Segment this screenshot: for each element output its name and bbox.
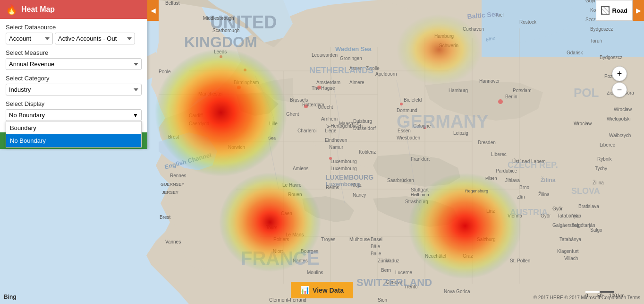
svg-text:Wałbrzych: Wałbrzych xyxy=(609,133,631,138)
svg-text:Liberec: Liberec xyxy=(600,142,615,148)
svg-text:LUXEMBOURG: LUXEMBOURG xyxy=(326,174,373,181)
svg-text:Salgo: Salgo xyxy=(590,227,602,233)
left-nav-arrow[interactable]: ◀ xyxy=(147,0,159,21)
svg-text:Wadden Sea: Wadden Sea xyxy=(335,45,372,52)
svg-text:POL: POL xyxy=(574,86,599,100)
road-label: Road xyxy=(612,7,628,14)
datasource-label: Select Datasource xyxy=(6,24,142,31)
svg-text:Bielefeld: Bielefeld xyxy=(404,97,422,103)
measure-label: Select Measure xyxy=(6,49,142,56)
category-group: Select Category Industry Account Type Co… xyxy=(6,75,142,96)
svg-text:St. Pölten: St. Pölten xyxy=(510,258,530,263)
svg-text:Zlín: Zlín xyxy=(517,194,525,200)
flame-icon: 🔥 xyxy=(6,4,17,15)
svg-rect-163 xyxy=(585,291,600,293)
svg-text:Heilbronn: Heilbronn xyxy=(411,192,429,197)
svg-text:NETHERLANDS: NETHERLANDS xyxy=(309,66,373,75)
svg-text:Wrocław: Wrocław xyxy=(574,121,592,126)
svg-text:Wrocław: Wrocław xyxy=(614,107,632,112)
datasource-group: Select Datasource Account Contact Lead A… xyxy=(6,24,142,44)
svg-text:Ghent: Ghent xyxy=(286,112,299,117)
datasource-row: Account Contact Lead Active Accounts - O… xyxy=(6,33,142,44)
svg-text:GUERNSEY: GUERNSEY xyxy=(161,182,185,187)
svg-text:Rostock: Rostock xyxy=(519,19,537,25)
svg-text:Groningen: Groningen xyxy=(340,56,362,61)
datasource-query-select[interactable]: Active Accounts - Out All Accounts My Ac… xyxy=(55,33,135,44)
view-data-button[interactable]: 📊 View Data xyxy=(291,282,353,298)
right-nav-arrow[interactable]: ▶ xyxy=(633,0,644,21)
svg-text:Nancy: Nancy xyxy=(353,192,366,198)
svg-text:Bâle: Bâle xyxy=(371,244,380,249)
measure-group: Select Measure Annual Revenue Number of … xyxy=(6,49,142,70)
svg-text:Sea: Sea xyxy=(268,136,276,140)
chevron-down-icon: ▼ xyxy=(133,112,138,119)
svg-text:Klagenfurt: Klagenfurt xyxy=(557,249,579,254)
svg-point-161 xyxy=(397,14,482,85)
svg-text:Villach: Villach xyxy=(564,256,578,261)
svg-text:Almere: Almere xyxy=(349,80,364,85)
svg-text:Sion: Sion xyxy=(378,297,387,303)
svg-text:Basel: Basel xyxy=(371,237,382,242)
svg-text:Belfast: Belfast xyxy=(165,0,180,6)
panel-header: 🔥 Heat Map xyxy=(0,0,147,19)
dropdown-item-no-boundary[interactable]: No Boundary xyxy=(6,134,141,147)
zoom-controls: + − xyxy=(612,66,627,97)
svg-text:Baile: Baile xyxy=(371,251,381,256)
svg-text:SLOVA: SLOVA xyxy=(571,186,600,196)
svg-text:Dresden: Dresden xyxy=(478,140,496,145)
zoom-in-button[interactable]: + xyxy=(612,66,627,81)
measure-select[interactable]: Annual Revenue Number of Employees Total… xyxy=(6,58,142,70)
svg-text:Moulins: Moulins xyxy=(307,270,323,275)
svg-text:Berlin: Berlin xyxy=(505,94,517,99)
left-panel: 🔥 Heat Map Select Datasource Account Con… xyxy=(0,0,147,149)
dropdown-item-boundary[interactable]: Boundary xyxy=(6,122,141,134)
copyright-text: © 2017 HERE © 2017 Microsoft Corporation… xyxy=(534,295,640,300)
svg-text:Bydgoszcz: Bydgoszcz xyxy=(590,26,613,32)
svg-text:Apeldoorn: Apeldoorn xyxy=(375,71,397,77)
svg-text:Tatabánya: Tatabánya xyxy=(559,237,582,242)
display-dropdown-selected[interactable]: No Boundary ▼ xyxy=(6,109,142,121)
svg-text:Brno: Brno xyxy=(519,185,530,190)
road-button[interactable]: Road xyxy=(596,0,633,21)
svg-text:Liège: Liège xyxy=(325,128,337,133)
svg-text:CZECH REP.: CZECH REP. xyxy=(508,160,558,170)
svg-text:Bern: Bern xyxy=(381,268,391,273)
zoom-out-button[interactable]: − xyxy=(612,82,627,97)
zoom-in-icon: + xyxy=(617,69,622,79)
svg-text:Vannes: Vannes xyxy=(165,239,181,244)
svg-point-158 xyxy=(155,49,287,176)
display-dropdown-container: No Boundary ▼ Boundary No Boundary xyxy=(6,109,142,121)
svg-text:Regensburg: Regensburg xyxy=(465,189,488,193)
category-select[interactable]: Industry Account Type Country xyxy=(6,84,142,96)
svg-text:Brest: Brest xyxy=(160,215,171,220)
svg-text:Mulhouse: Mulhouse xyxy=(349,237,370,242)
svg-point-18 xyxy=(498,99,503,104)
svg-text:Scarborough: Scarborough xyxy=(212,28,239,33)
road-map-icon xyxy=(601,6,610,15)
svg-text:Žilina: Žilina xyxy=(538,191,550,197)
svg-text:Győr: Győr xyxy=(552,206,563,211)
svg-text:GERMANY: GERMANY xyxy=(397,112,488,131)
svg-text:Toruń: Toruń xyxy=(590,38,602,43)
left-arrow-icon: ◀ xyxy=(151,7,156,14)
svg-text:Liberec: Liberec xyxy=(491,152,507,157)
svg-text:Gdańsk: Gdańsk xyxy=(567,50,583,55)
svg-text:Lucerne: Lucerne xyxy=(395,270,413,275)
display-selected-value: No Boundary xyxy=(9,112,45,119)
display-dropdown-list: Boundary No Boundary xyxy=(6,121,142,148)
svg-text:Eindhoven: Eindhoven xyxy=(325,138,347,143)
bing-label: Bing xyxy=(4,294,17,300)
svg-text:Düsseldorf: Düsseldorf xyxy=(353,126,376,131)
svg-text:Żilina: Żilina xyxy=(593,180,604,185)
svg-text:Arnhem: Arnhem xyxy=(321,116,338,122)
svg-text:Saarbrücken: Saarbrücken xyxy=(387,178,414,183)
svg-text:Žilina: Žilina xyxy=(541,176,556,183)
svg-text:Utrecht: Utrecht xyxy=(318,104,333,110)
svg-text:Charleroi: Charleroi xyxy=(297,128,317,133)
svg-text:Tychy: Tychy xyxy=(595,166,607,171)
svg-point-20 xyxy=(400,103,403,105)
datasource-type-select[interactable]: Account Contact Lead xyxy=(6,33,53,44)
copyright-label: © 2017 HERE © 2017 Microsoft Corporation… xyxy=(534,295,640,300)
view-data-label: View Data xyxy=(313,287,344,294)
svg-text:Pilsen: Pilsen xyxy=(485,176,497,181)
